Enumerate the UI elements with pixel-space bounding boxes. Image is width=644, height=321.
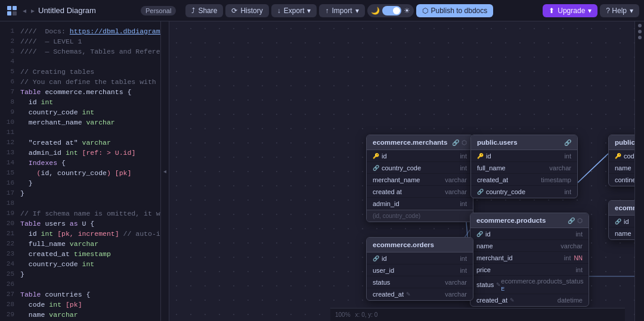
table-merchants-header: ecommerce.merchants 🔗 ⬡ — [367, 135, 473, 150]
fk-icon: 🔗 — [476, 231, 483, 237]
export-icon: ↓ — [277, 7, 281, 15]
svg-rect-1 — [13, 6, 17, 10]
table-row: name varchar — [470, 240, 589, 252]
table-users-name: public.users — [477, 139, 518, 146]
table-countries[interactable]: public.countries 🔗 🔑code int name varcha… — [608, 135, 634, 186]
table-users[interactable]: public.users 🔗 🔑id int full_name varchar… — [470, 135, 578, 198]
pk-icon: 🔑 — [615, 153, 621, 159]
import-icon: ↑ — [325, 7, 329, 15]
table-link-icon: 🔗 — [568, 217, 575, 224]
diagram-canvas[interactable]: ecommerce.merchants 🔗 ⬡ 🔑id int 🔗country… — [169, 21, 634, 321]
table-orders[interactable]: ecommerce.orders 🔗id int user_id int sta… — [366, 237, 473, 301]
note-icon: ✎ — [406, 291, 411, 297]
table-row: 🔗id int — [609, 216, 634, 227]
right-sidebar — [634, 21, 644, 321]
moon-icon: 🌙 — [371, 7, 380, 15]
fk-icon: 🔗 — [373, 255, 379, 261]
table-orders-name: ecommerce.orders — [373, 241, 434, 248]
table-row: created at varchar — [367, 186, 473, 198]
table-products-icons: 🔗 ⬡ — [568, 217, 583, 224]
table-row: 🔗country_code int — [367, 162, 473, 174]
table-products-header: ecommerce.products 🔗 ⬡ — [470, 213, 589, 228]
collapse-panel-handle[interactable]: ◂ — [161, 21, 169, 321]
upgrade-chevron-icon: ▾ — [588, 7, 592, 15]
table-row: price int — [470, 264, 589, 276]
table-merchants-footer: (id, country_code) — [367, 210, 473, 222]
table-countries-header: public.countries 🔗 — [609, 135, 634, 150]
export-chevron-icon: ▾ — [307, 7, 311, 15]
table-row: 🔑id int — [471, 150, 577, 162]
main-layout: 1234567891011121314151617181920212223242… — [0, 21, 644, 321]
sidebar-dot — [638, 24, 642, 27]
fk-icon: 🔗 — [615, 219, 621, 225]
table-row: created_at ✎ datetime — [470, 294, 589, 306]
table-row: 🔑id int — [367, 150, 473, 162]
table-merchants[interactable]: ecommerce.merchants 🔗 ⬡ 🔑id int 🔗country… — [366, 135, 473, 222]
sun-icon: ☀ — [404, 7, 410, 15]
publish-icon: ⬡ — [422, 7, 428, 15]
table-row: 🔑code int — [609, 150, 634, 162]
line-numbers: 1234567891011121314151617181920212223242… — [0, 21, 17, 321]
history-icon: ⟳ — [231, 7, 237, 15]
zoom-level: 100% — [335, 311, 351, 318]
table-row: status varchar — [367, 276, 473, 288]
svg-rect-2 — [7, 11, 11, 15]
table-product-tags-header: ecommerce.product_tags — [609, 201, 634, 216]
diagram-title[interactable]: Untitled Diagram — [38, 6, 138, 15]
code-editor[interactable]: 1234567891011121314151617181920212223242… — [0, 21, 161, 321]
table-users-header: public.users 🔗 — [471, 135, 577, 150]
table-row: created_at timestamp — [471, 174, 577, 186]
table-countries-name: public.countries — [615, 139, 634, 146]
workspace-badge: Personal — [141, 6, 176, 15]
canvas-bottombar: 100% x: 0, y: 0 — [330, 308, 625, 321]
table-row: user_id int — [367, 264, 473, 276]
table-products-name: ecommerce.products — [476, 217, 546, 224]
table-products[interactable]: ecommerce.products 🔗 ⬡ 🔗id int name varc… — [470, 213, 589, 307]
table-product-tags[interactable]: ecommerce.product_tags 🔗id int name varc… — [608, 200, 634, 240]
table-expand-icon: ⬡ — [462, 139, 467, 146]
share-button[interactable]: ⤴ Share — [185, 4, 223, 17]
table-expand-icon: ⬡ — [577, 217, 583, 224]
import-chevron-icon: ▾ — [355, 7, 359, 15]
history-button[interactable]: ⟳ History — [225, 4, 268, 17]
table-row: name varchar — [609, 162, 634, 174]
table-row: 🔗id int — [470, 228, 589, 240]
nav-forward[interactable]: ▸ — [30, 7, 36, 15]
table-row: name varchar — [609, 227, 634, 239]
svg-rect-0 — [7, 6, 11, 10]
help-chevron-icon: ▾ — [630, 7, 633, 15]
export-button[interactable]: ↓ Export ▾ — [271, 4, 317, 17]
table-row: admin_id int — [367, 198, 473, 210]
upgrade-icon: ⬆ — [549, 7, 555, 15]
sidebar-dot — [638, 36, 642, 39]
pk-icon: 🔑 — [477, 153, 484, 159]
note-icon: ✎ — [510, 297, 515, 303]
table-row: status ✎ ecommerce.products_status E — [470, 276, 589, 294]
table-orders-header: ecommerce.orders — [367, 238, 473, 253]
table-row: 🔗id int — [367, 253, 473, 264]
table-link-icon: 🔗 — [564, 139, 571, 146]
code-text[interactable]: //// Docs: https://dbml.dbdiagram.io/doc… — [17, 21, 160, 321]
nav-back[interactable]: ◂ — [21, 7, 27, 15]
table-link-icon: 🔗 — [452, 139, 459, 146]
sidebar-dot — [638, 30, 642, 33]
table-row: continent_name varchar — [609, 174, 634, 186]
table-row: merchant_name varchar — [367, 174, 473, 186]
topbar: ◂ ▸ Untitled Diagram Personal ⤴ Share ⟳ … — [0, 0, 644, 21]
theme-toggle[interactable]: 🌙 ☀ — [367, 4, 414, 17]
table-row: full_name varchar — [471, 162, 577, 174]
help-button[interactable]: ? Help ▾ — [600, 4, 639, 17]
upgrade-button[interactable]: ⬆ Upgrade ▾ — [543, 4, 597, 17]
pk-icon: 🔑 — [373, 153, 379, 159]
fk-icon: 🔗 — [477, 189, 484, 195]
logo[interactable] — [5, 4, 19, 18]
svg-rect-3 — [13, 11, 17, 15]
toggle-switch[interactable] — [382, 6, 401, 15]
fk-icon: 🔗 — [373, 165, 379, 171]
publish-button[interactable]: ⬡ Publish to dbdocs — [416, 4, 494, 17]
import-button[interactable]: ↑ Import ▾ — [319, 4, 364, 17]
table-merchants-icons: 🔗 ⬡ — [452, 139, 467, 146]
table-users-icons: 🔗 — [564, 139, 571, 146]
table-row: merchant_id int NN — [470, 252, 589, 264]
table-product-tags-name: ecommerce.product_tags — [615, 204, 634, 211]
